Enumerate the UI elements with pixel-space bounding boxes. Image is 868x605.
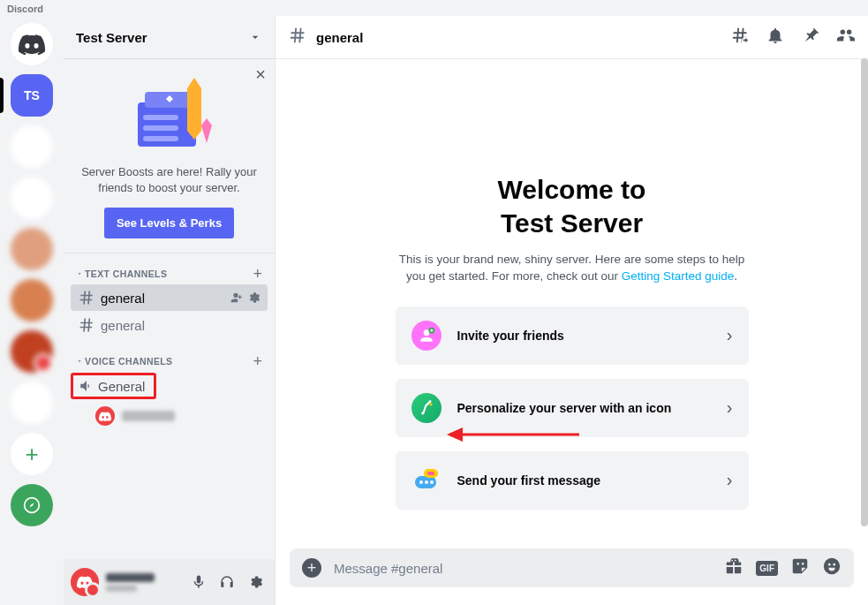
svg-rect-4	[143, 136, 178, 141]
server-name: Test Server	[76, 30, 147, 45]
composer-placeholder: Message #general	[334, 561, 712, 576]
server-item[interactable]	[11, 177, 53, 219]
pin-icon	[801, 26, 820, 45]
settings-button[interactable]	[243, 570, 268, 594]
welcome-panel: Welcome toTest Server This is your brand…	[275, 58, 868, 548]
emoji-button[interactable]	[822, 556, 842, 579]
channel-header: general	[275, 16, 868, 58]
hash-icon	[78, 289, 95, 306]
chevron-right-icon: ›	[727, 397, 733, 418]
mute-button[interactable]	[186, 570, 211, 594]
svg-point-11	[425, 480, 428, 484]
deafen-button[interactable]	[215, 570, 239, 594]
explore-servers-button[interactable]	[11, 484, 53, 526]
svg-rect-3	[143, 125, 178, 131]
attach-button[interactable]: +	[302, 558, 321, 578]
bell-icon	[766, 26, 785, 45]
svg-rect-2	[143, 115, 178, 120]
send-message-card[interactable]: Send your first message ›	[396, 451, 749, 510]
close-icon[interactable]: ×	[255, 65, 266, 83]
gear-icon	[247, 574, 263, 590]
server-item[interactable]	[11, 279, 53, 321]
hash-icon	[78, 316, 95, 334]
headphones-icon	[219, 574, 235, 590]
welcome-subtitle: This is your brand new, shiny server. He…	[396, 252, 749, 285]
personalize-card[interactable]: Personalize your server with an icon ›	[396, 379, 749, 437]
threads-button[interactable]	[730, 26, 750, 49]
avatar	[95, 406, 115, 426]
svg-point-10	[419, 480, 423, 484]
notifications-button[interactable]	[766, 26, 785, 49]
voice-channel-general[interactable]: General	[71, 373, 156, 399]
voice-user-name-blurred	[122, 411, 175, 421]
app-name: Discord	[7, 4, 43, 14]
gif-button[interactable]: GIF	[756, 561, 778, 576]
compass-icon	[23, 496, 41, 514]
pinned-button[interactable]	[801, 26, 820, 49]
username-blurred	[106, 573, 155, 582]
sticker-icon	[790, 556, 810, 576]
server-item[interactable]	[11, 228, 53, 270]
svg-point-17	[833, 563, 835, 566]
welcome-title: Welcome toTest Server	[498, 173, 646, 239]
voice-user[interactable]	[71, 403, 268, 429]
server-item[interactable]	[11, 382, 53, 424]
server-list: TS +	[0, 16, 64, 605]
channel-name: general	[101, 291, 229, 306]
hash-icon	[288, 26, 307, 49]
invite-icon[interactable]	[229, 291, 243, 305]
home-button[interactable]	[11, 23, 53, 65]
svg-point-12	[430, 480, 434, 484]
channel-sidebar: Test Server × Se	[64, 16, 275, 605]
discord-icon	[19, 34, 45, 55]
sticker-button[interactable]	[790, 556, 810, 579]
card-label: Personalize your server with an icon	[457, 401, 711, 415]
server-header[interactable]: Test Server	[64, 16, 275, 58]
svg-point-8	[429, 403, 432, 405]
members-button[interactable]	[836, 26, 856, 49]
getting-started-link[interactable]: Getting Started guide	[622, 269, 735, 283]
avatar[interactable]	[71, 568, 99, 596]
server-item[interactable]	[11, 330, 53, 373]
card-label: Invite your friends	[457, 329, 711, 343]
titlebar: Discord	[0, 0, 868, 16]
gear-icon[interactable]	[246, 291, 260, 305]
scrollbar[interactable]	[861, 58, 868, 526]
channel-general-2[interactable]: general	[71, 312, 268, 338]
svg-rect-14	[427, 472, 434, 475]
chat-area: general Welcome toTest Server This is yo…	[275, 16, 868, 605]
gift-button[interactable]	[724, 556, 743, 579]
svg-point-16	[828, 563, 831, 566]
card-label: Send your first message	[457, 473, 711, 488]
message-icon	[411, 465, 442, 495]
channel-name: general	[101, 318, 260, 333]
server-test-server[interactable]: TS	[11, 74, 53, 117]
channel-general[interactable]: general	[71, 284, 268, 311]
voice-channel-name: General	[98, 379, 145, 394]
text-channels-header[interactable]: TEXT CHANNELS +	[71, 266, 268, 284]
channel-title: general	[316, 30, 730, 45]
invite-icon	[411, 321, 442, 351]
threads-icon	[730, 26, 750, 45]
members-icon	[836, 26, 856, 45]
microphone-icon	[191, 574, 207, 590]
add-voice-channel-button[interactable]: +	[249, 353, 266, 369]
boost-text: Server Boosts are here! Rally your frien…	[74, 164, 264, 195]
invite-friends-card[interactable]: Invite your friends ›	[396, 306, 749, 365]
speaker-icon	[79, 378, 94, 394]
boost-button[interactable]: See Levels & Perks	[104, 208, 234, 238]
emoji-icon	[822, 556, 842, 576]
message-composer[interactable]: + Message #general GIF	[290, 548, 854, 587]
voice-channels-header[interactable]: VOICE CHANNELS +	[71, 353, 268, 371]
chevron-right-icon: ›	[727, 470, 733, 490]
chevron-down-icon	[248, 30, 262, 44]
add-server-button[interactable]: +	[11, 433, 53, 475]
chevron-right-icon: ›	[727, 325, 733, 345]
server-item[interactable]	[11, 125, 53, 168]
gift-icon	[724, 556, 743, 576]
chevron-down-icon	[76, 358, 83, 365]
user-panel	[64, 559, 275, 605]
chevron-down-icon	[76, 270, 83, 277]
boost-illustration	[74, 72, 264, 155]
add-text-channel-button[interactable]: +	[249, 266, 266, 282]
